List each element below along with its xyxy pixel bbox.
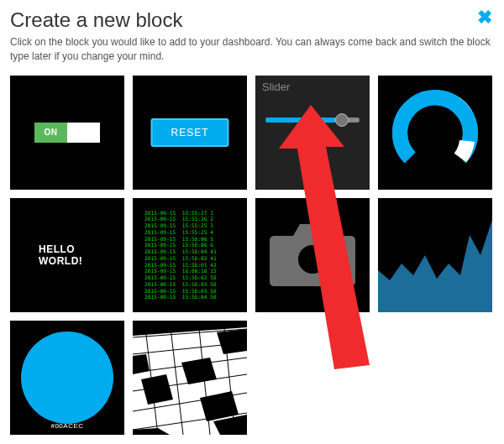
gauge-icon-overlay: [386, 84, 484, 181]
hello-world-label: HELLO WORLD!: [39, 243, 96, 267]
block-slider-title: Slider: [262, 81, 290, 93]
block-line-chart[interactable]: [378, 198, 492, 312]
block-toggle[interactable]: ON: [10, 76, 124, 190]
page-subtitle: Click on the block you would like to add…: [10, 35, 494, 64]
block-button[interactable]: RESET: [133, 76, 247, 190]
toggle-on-label: ON: [34, 123, 67, 143]
map-icon: [133, 321, 247, 435]
block-slider[interactable]: Slider: [255, 76, 370, 190]
block-color[interactable]: #00ACEC: [10, 321, 124, 435]
area-chart-icon: [378, 198, 492, 312]
reset-button-preview: RESET: [150, 118, 228, 147]
camera-icon: [266, 217, 359, 293]
block-text[interactable]: HELLO WORLD!: [10, 198, 124, 312]
block-grid: ON RESET Slider HELLO WORLD! 2015-09-15 …: [10, 76, 494, 435]
block-map[interactable]: [133, 321, 247, 435]
block-stream[interactable]: 2015-09-15 15:55:27 1 2015-09-15 15:55:2…: [133, 198, 247, 312]
color-circle-icon: [21, 332, 113, 424]
log-lines: 2015-09-15 15:55:27 1 2015-09-15 15:55:2…: [144, 210, 235, 300]
block-image[interactable]: [255, 198, 370, 312]
slider-track-icon: [265, 118, 360, 123]
color-hex-label: #00ACEC: [10, 422, 124, 430]
page-title: Create a new block: [10, 8, 494, 32]
block-gauge[interactable]: [378, 76, 492, 190]
close-icon[interactable]: ✖: [477, 7, 492, 29]
toggle-off-side: [67, 123, 100, 143]
toggle-switch-icon: ON: [34, 123, 100, 143]
slider-thumb: [335, 113, 349, 127]
slider-fill: [265, 118, 339, 123]
